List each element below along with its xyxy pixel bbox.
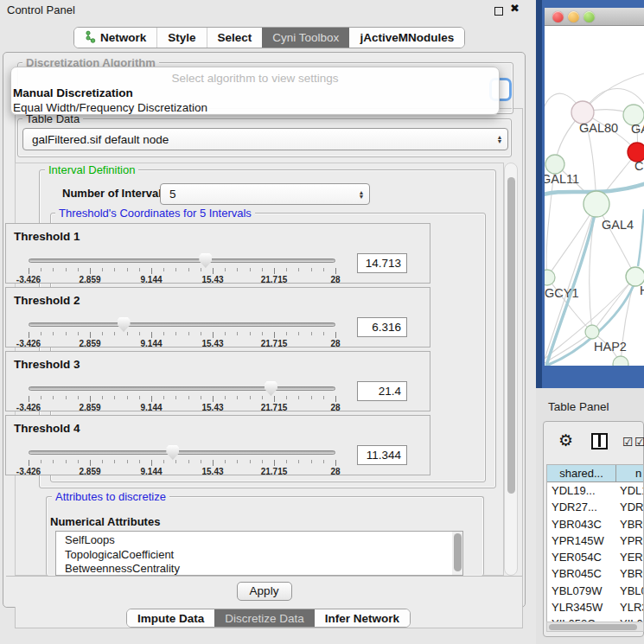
table-row[interactable]: YBR043CYBR0 — [547, 516, 643, 532]
table-horizontal-scrollbar[interactable] — [546, 622, 644, 632]
slider-scale-labels: -3.4262.8599.14415.4321.71528 — [29, 403, 335, 413]
tab-label: Infer Network — [325, 612, 399, 625]
slider-track[interactable] — [29, 258, 335, 263]
tab-style[interactable]: Style — [156, 28, 206, 48]
scrollbar-thumb[interactable] — [454, 533, 462, 571]
network-node[interactable] — [545, 155, 564, 174]
tab-select[interactable]: Select — [207, 28, 263, 48]
column-header-name[interactable]: n — [616, 465, 643, 481]
scrollbar-thumb[interactable] — [549, 624, 637, 630]
network-view-canvas[interactable]: GAL80GACGAL11GAL4GCY1HHAP2 — [545, 26, 644, 366]
numerical-attributes-list[interactable]: SelfLoopsTopologicalCoefficientBetweenne… — [55, 531, 463, 576]
table-row[interactable]: YDL19...YDL1 — [547, 482, 643, 499]
threshold-3-label: Threshold 3 — [14, 358, 80, 371]
mac-zoom-button[interactable] — [583, 11, 595, 22]
table-cell: YDL1 — [616, 482, 643, 499]
slider-thumb[interactable] — [265, 381, 277, 396]
close-icon[interactable]: ✖ — [510, 2, 520, 15]
slider-ticks — [29, 460, 335, 467]
node-attribute-table: shared... n YDL19...YDL1YDR27...YDR2YBR0… — [546, 464, 644, 622]
attributes-group-label: Attributes to discretize — [52, 490, 169, 503]
scrollbar-thumb[interactable] — [507, 177, 515, 494]
table-row[interactable]: YIL052CYIL0 — [547, 615, 643, 622]
slider-scale-labels: -3.4262.8599.14415.4321.71528 — [29, 275, 335, 285]
threshold-1-panel: Threshold 1 -3.4262.8599.14415.4321.7152… — [5, 223, 430, 284]
threshold-2-label: Threshold 2 — [14, 294, 80, 307]
threshold-3-value-field[interactable]: 21.4 — [357, 381, 407, 401]
threshold-2-slider[interactable]: -3.4262.8599.14415.4321.71528 — [29, 317, 335, 347]
list-item[interactable]: SelfLoops — [65, 533, 462, 548]
interval-definition-label: Interval Definition — [45, 163, 138, 176]
slider-thumb[interactable] — [199, 253, 212, 268]
threshold-1-value-field[interactable]: 14.713 — [357, 253, 407, 273]
slider-track[interactable] — [29, 450, 335, 455]
number-of-intervals-spinner[interactable]: 5 ▲▼ — [160, 183, 370, 205]
checkbox-icon[interactable]: ☑ — [622, 435, 634, 449]
slider-thumb[interactable] — [118, 317, 131, 332]
table-panel-title: Table Panel — [548, 400, 609, 413]
table-row[interactable]: YLR345WYLR3 — [547, 599, 643, 615]
settings-vertical-scrollbar[interactable] — [504, 163, 518, 576]
network-node[interactable] — [545, 270, 555, 285]
table-row[interactable]: YPR145WYPR1 — [547, 532, 643, 549]
table-cell: YBR0 — [616, 565, 643, 582]
tab-label: Select — [218, 31, 252, 44]
checkbox-icon[interactable]: ☑ — [634, 435, 644, 449]
list-item[interactable]: BetweennessCentrality — [65, 562, 462, 576]
tab-infer-network[interactable]: Infer Network — [315, 609, 410, 627]
dropdown-option-equal-width-frequency[interactable]: Equal Width/Frequency Discretization — [13, 101, 207, 114]
table-data-value: galFiltered.sif default node — [23, 133, 492, 146]
table-header-row: shared... n — [547, 465, 643, 482]
mac-close-button[interactable] — [552, 11, 564, 22]
tab-discretize-data[interactable]: Discretize Data — [214, 609, 315, 627]
table-cell: YBR045C — [547, 565, 616, 582]
threshold-4-label: Threshold 4 — [14, 422, 80, 435]
table-cell: YBR0 — [616, 516, 643, 532]
table-row[interactable]: YBL079WYBL0 — [547, 583, 643, 599]
table-body: YDL19...YDL1YDR27...YDR2YBR043CYBR0YPR14… — [547, 482, 643, 622]
threshold-1-slider[interactable]: -3.4262.8599.14415.4321.71528 — [29, 253, 335, 283]
column-header-shared[interactable]: shared... — [547, 465, 616, 481]
slider-track[interactable] — [29, 386, 335, 391]
node-label: GA — [631, 122, 644, 136]
float-window-icon[interactable] — [494, 7, 503, 16]
tab-label: Network — [100, 31, 146, 44]
split-view-icon[interactable] — [591, 433, 608, 450]
table-data-combobox[interactable]: galFiltered.sif default node ▲▼ — [22, 128, 508, 150]
table-cell: YIL052C — [547, 615, 616, 622]
network-node[interactable] — [585, 325, 599, 339]
slider-thumb[interactable] — [166, 445, 179, 460]
node-label: GCY1 — [545, 286, 579, 300]
slider-track[interactable] — [29, 322, 335, 327]
slider-scale-labels: -3.4262.8599.14415.4321.71528 — [29, 467, 335, 477]
threshold-2-value-field[interactable]: 6.316 — [357, 317, 407, 337]
table-cell: YBR043C — [547, 516, 616, 532]
threshold-4-value-field[interactable]: 11.344 — [357, 445, 407, 465]
table-cell: YER0 — [616, 549, 643, 565]
tab-cyni-toolbox[interactable]: Cyni Toolbox — [262, 28, 349, 48]
network-node[interactable] — [613, 356, 628, 366]
dropdown-option-manual-discretization[interactable]: Manual Discretization — [13, 86, 133, 99]
table-cell: YIL0 — [616, 615, 643, 622]
apply-button[interactable]: Apply — [237, 582, 292, 601]
tab-jactivemnodules[interactable]: jActiveMNodules — [349, 28, 464, 48]
threshold-3-slider[interactable]: -3.4262.8599.14415.4321.71528 — [29, 381, 335, 411]
network-window-titlebar[interactable] — [545, 8, 644, 26]
attributes-list-scrollbar[interactable] — [452, 532, 462, 575]
gear-icon[interactable]: ⚙ — [558, 430, 573, 450]
network-graph: GAL80GACGAL11GAL4GCY1HHAP2 — [545, 26, 644, 366]
threshold-4-slider[interactable]: -3.4262.8599.14415.4321.71528 — [29, 445, 335, 475]
threshold-3-panel: Threshold 3 -3.4262.8599.14415.4321.7152… — [5, 351, 430, 411]
tab-network[interactable]: Network — [74, 28, 156, 48]
table-row[interactable]: YBR045CYBR0 — [547, 565, 643, 582]
table-row[interactable]: YDR27...YDR2 — [547, 499, 643, 515]
list-item[interactable]: TopologicalCoefficient — [65, 548, 462, 563]
tab-impute-data[interactable]: Impute Data — [127, 609, 214, 627]
combo-stepper-icon: ▲▼ — [492, 135, 507, 143]
mac-minimize-button[interactable] — [568, 11, 579, 22]
spinner-stepper-icon: ▲▼ — [354, 190, 369, 199]
network-node[interactable] — [583, 191, 609, 217]
numerical-attributes-label: Numerical Attributes — [50, 515, 160, 528]
table-row[interactable]: YER054CYER0 — [547, 549, 643, 565]
table-cell: YBL079W — [547, 583, 616, 599]
